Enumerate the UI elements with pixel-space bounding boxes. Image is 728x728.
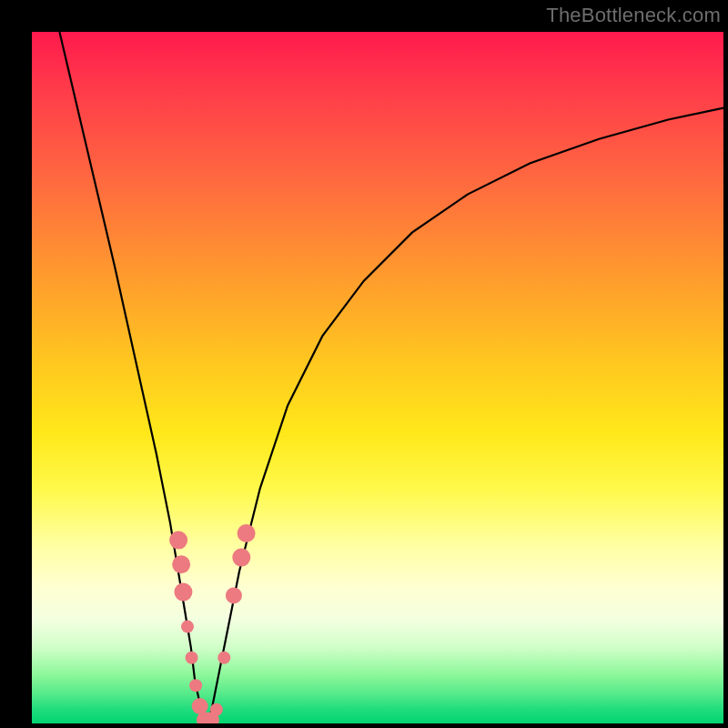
data-point-marker: [189, 679, 202, 692]
data-point-marker: [238, 524, 256, 542]
watermark-text: TheBottleneck.com: [546, 4, 721, 27]
plot-area: [32, 32, 723, 723]
curve-markers: [169, 524, 255, 723]
curve-layer: [32, 32, 723, 723]
data-point-marker: [232, 549, 250, 567]
data-point-marker: [210, 703, 223, 716]
data-point-marker: [174, 583, 192, 602]
data-point-marker: [217, 652, 230, 664]
data-point-marker: [226, 587, 242, 603]
chart-frame: TheBottleneck.com: [0, 0, 728, 728]
data-point-marker: [181, 621, 194, 633]
data-point-marker: [172, 555, 190, 573]
data-point-marker: [169, 531, 187, 550]
bottleneck-curve: [59, 32, 723, 723]
data-point-marker: [186, 652, 198, 664]
